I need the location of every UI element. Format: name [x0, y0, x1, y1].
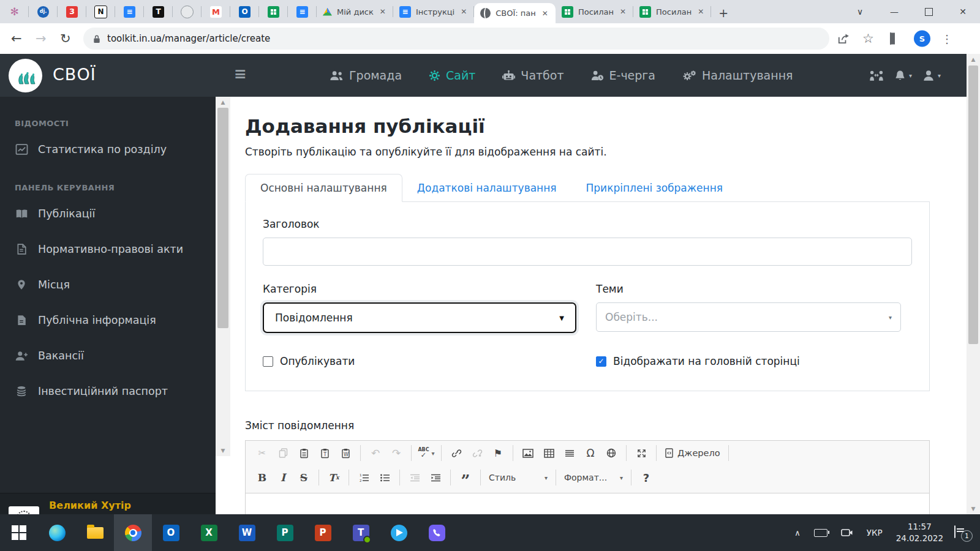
sidebar-toggle-icon[interactable]: ≡	[234, 65, 247, 83]
taskbar-excel[interactable]: X	[190, 514, 228, 551]
table-icon[interactable]	[538, 444, 559, 462]
sidebar-item-public-info[interactable]: Публічна інформація	[15, 302, 216, 338]
tab-links-1[interactable]: Посилан ✕	[556, 0, 633, 23]
pinned-tab-t[interactable]: T	[144, 0, 173, 23]
scroll-up-icon[interactable]: ▲	[216, 97, 230, 108]
publish-checkbox[interactable]	[263, 356, 273, 367]
tab-drive[interactable]: Мій диск ✕	[317, 0, 393, 23]
sidebar-item-legal-acts[interactable]: Нормативно-правові акти	[15, 231, 216, 267]
paste-from-word-icon[interactable]: W	[335, 444, 356, 462]
pinned-tab-outlook[interactable]: O	[230, 0, 259, 23]
bookmark-star-icon[interactable]: ☆	[862, 31, 874, 46]
format-dropdown[interactable]: Формат... ▾	[560, 473, 627, 482]
anchor-flag-icon[interactable]: ⚑	[488, 444, 508, 462]
new-tab-button[interactable]: +	[711, 6, 736, 23]
taskbar-telegram[interactable]	[380, 514, 418, 551]
outdent-icon[interactable]	[404, 468, 425, 487]
category-select[interactable]: Повідомлення ▼	[263, 302, 576, 333]
notifications-menu[interactable]: ▾	[894, 70, 912, 81]
scroll-up-icon[interactable]: ▲	[967, 54, 980, 65]
blockquote-icon[interactable]: ”	[455, 465, 476, 490]
taskbar-viber[interactable]	[418, 514, 456, 551]
battery-icon[interactable]	[814, 529, 827, 537]
numbered-list-icon[interactable]: 12	[353, 468, 374, 487]
tab-attached-images[interactable]: Прикріплені зображення	[571, 174, 737, 201]
pinned-tab-docs-2[interactable]: ≡	[288, 0, 317, 23]
start-button[interactable]	[0, 514, 38, 551]
tab-additional-settings[interactable]: Додаткові налаштування	[402, 174, 571, 201]
source-button[interactable]: Джерело	[661, 448, 724, 458]
address-bar[interactable]: toolkit.in.ua/manager/article/create	[83, 28, 829, 50]
taskbar-teams[interactable]: T	[342, 514, 380, 551]
strikethrough-icon[interactable]: S	[293, 468, 314, 487]
pinned-tab-emblem[interactable]	[173, 0, 202, 23]
pinned-tab-notion[interactable]: N	[86, 0, 115, 23]
maximize-icon[interactable]	[631, 444, 652, 462]
pinned-tab-flower[interactable]: ✻	[0, 0, 29, 23]
people-arrows-icon[interactable]	[869, 70, 884, 81]
svoi-logo[interactable]	[9, 59, 42, 92]
remove-format-icon[interactable]: Tx	[323, 468, 344, 487]
about-icon[interactable]: ?	[636, 468, 657, 487]
nav-hromada[interactable]: Громада	[330, 69, 402, 82]
iframe-globe-icon[interactable]	[601, 444, 622, 462]
close-tab-icon[interactable]: ✕	[379, 7, 387, 16]
close-tab-icon[interactable]: ✕	[541, 9, 549, 18]
meet-now-icon[interactable]	[841, 528, 853, 537]
horizontal-rule-icon[interactable]	[559, 444, 580, 462]
browser-menu-icon[interactable]: ⋮	[941, 32, 952, 45]
close-tab-icon[interactable]: ✕	[459, 7, 468, 16]
language-indicator[interactable]: УКР	[867, 528, 883, 538]
minimize-button[interactable]: —	[877, 0, 911, 23]
reload-button[interactable]: ↻	[60, 31, 71, 46]
share-icon[interactable]	[838, 34, 850, 44]
style-dropdown[interactable]: Стиль ▾	[485, 473, 551, 482]
side-panel-icon[interactable]	[890, 33, 891, 45]
publish-checkbox-row[interactable]: Опублікувати	[263, 355, 576, 367]
taskbar-explorer[interactable]	[76, 514, 114, 551]
sidebar-scrollbar[interactable]: ▲ ▼	[216, 97, 230, 456]
pinned-tab-docs[interactable]: ≡	[115, 0, 144, 23]
tray-expand-icon[interactable]: ∧	[794, 528, 801, 538]
sidebar-item-publications[interactable]: Публікації	[15, 196, 216, 231]
scrollbar-thumb[interactable]	[217, 108, 228, 328]
restore-button[interactable]	[911, 0, 946, 23]
sidebar-item-places[interactable]: Місця	[15, 267, 216, 302]
taskbar-powerpoint[interactable]: P	[304, 514, 342, 551]
user-menu[interactable]: ▾	[922, 69, 941, 81]
close-window-button[interactable]: ✕	[946, 0, 980, 23]
action-center-icon[interactable]: 1	[954, 526, 970, 539]
title-input[interactable]	[263, 238, 912, 266]
tab-links-2[interactable]: Посилан ✕	[633, 0, 711, 23]
sidebar-item-invest-passport[interactable]: Інвестиційний паспорт	[15, 373, 216, 409]
sidebar-item-vacancies[interactable]: Вакансії	[15, 338, 216, 373]
redo-icon[interactable]: ↷	[386, 444, 407, 462]
indent-icon[interactable]	[425, 468, 446, 487]
cut-icon[interactable]: ✂	[252, 444, 273, 462]
scroll-down-icon[interactable]: ▼	[216, 445, 230, 456]
tab-instructions[interactable]: ≡ Інструкці ✕	[393, 0, 474, 23]
back-button[interactable]: ←	[11, 31, 22, 46]
pinned-tab-sheets[interactable]	[259, 0, 288, 23]
tab-basic-settings[interactable]: Основні налаштування	[245, 174, 402, 202]
pinned-tab-gmail[interactable]: M	[202, 0, 230, 23]
taskbar-publisher[interactable]: P	[266, 514, 304, 551]
show-on-main-checkbox-row[interactable]: ✓ Відображати на головній сторінці	[596, 355, 901, 367]
editor-content-area[interactable]	[246, 493, 929, 514]
nav-nalashtuvannya[interactable]: Налаштування	[682, 69, 793, 82]
bulleted-list-icon[interactable]	[374, 468, 395, 487]
taskbar-word[interactable]: W	[228, 514, 266, 551]
page-scrollbar[interactable]: ▲ ▼	[967, 54, 980, 514]
paste-icon[interactable]	[293, 444, 314, 462]
close-tab-icon[interactable]: ✕	[696, 7, 705, 16]
forward-button[interactable]: →	[36, 31, 47, 46]
topics-select[interactable]: Оберіть... ▾	[596, 302, 901, 332]
tab-svoi-active[interactable]: СВОЇ: пан ✕	[474, 3, 556, 23]
bold-icon[interactable]: B	[252, 468, 273, 487]
sidebar-item-statistics[interactable]: Статистика по розділу	[15, 132, 216, 167]
undo-icon[interactable]: ↶	[365, 444, 386, 462]
nav-chatbot[interactable]: Чатбот	[502, 69, 564, 82]
pinned-tab-django[interactable]: dj.	[29, 0, 58, 23]
taskbar-chrome-active[interactable]	[114, 514, 152, 551]
spellcheck-icon[interactable]: ABC✓ ▾	[416, 444, 437, 462]
